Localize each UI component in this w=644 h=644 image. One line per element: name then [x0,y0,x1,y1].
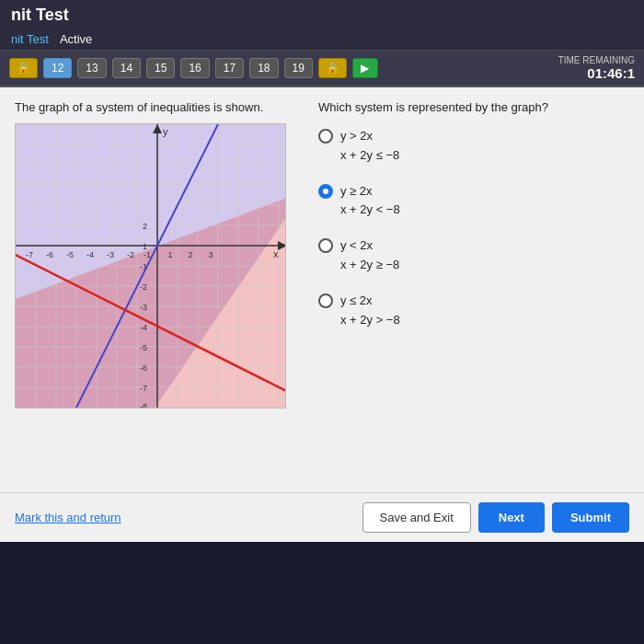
graph-container: x y -7 -6 -5 -4 -3 -2 -1 1 2 3 2 1 -1 -2… [15,123,286,408]
mark-return-link[interactable]: Mark this and return [15,511,121,524]
question-btn-18[interactable]: 18 [249,58,278,78]
option-d[interactable]: y ≤ 2x x + 2y > −8 [318,292,629,330]
question-left-text: The graph of a system of inequalities is… [15,100,300,114]
dark-footer [0,542,644,644]
svg-text:-4: -4 [86,250,94,259]
bottom-buttons: Save and Exit Next Submit [362,502,629,533]
svg-text:2: 2 [188,250,192,259]
svg-text:-3: -3 [107,250,114,259]
toolbar: 🔒 12 13 14 15 16 17 18 19 🔒 ▶ TIME REMAI… [0,51,644,87]
option-b[interactable]: y ≥ 2x x + 2y < −8 [318,182,629,221]
svg-text:-8: -8 [140,402,147,408]
svg-text:-5: -5 [140,343,147,352]
radio-a[interactable] [318,129,333,144]
svg-text:-3: -3 [140,303,147,312]
svg-text:-1: -1 [144,250,151,259]
svg-text:-7: -7 [140,384,147,393]
svg-text:-2: -2 [140,282,147,292]
save-exit-button[interactable]: Save and Exit [362,502,471,533]
option-c-text: y < 2x x + 2y ≥ −8 [340,236,399,275]
option-c[interactable]: y < 2x x + 2y ≥ −8 [318,236,629,275]
question-btn-17[interactable]: 17 [215,58,244,78]
question-btn-13[interactable]: 13 [77,58,106,78]
bottom-bar: Mark this and return Save and Exit Next … [0,492,644,542]
question-btn-12[interactable]: 12 [43,58,72,78]
right-panel: Which system is represented by the graph… [318,100,629,479]
option-a-text: y > 2x x + 2y ≤ −8 [340,127,399,166]
x-axis-label: x [273,248,279,259]
radio-d[interactable] [318,293,333,308]
option-b-text: y ≥ 2x x + 2y < −8 [340,182,400,221]
left-panel: The graph of a system of inequalities is… [15,100,300,479]
time-label: TIME REMAINING [558,55,635,65]
next-button[interactable]: Next [478,502,545,533]
header-title: nit Test [11,6,69,25]
header-bar: nit Test [0,0,644,30]
y-axis-label: y [163,126,168,137]
option-a[interactable]: y > 2x x + 2y ≤ −8 [318,127,629,166]
question-btn-14[interactable]: 14 [112,58,141,78]
svg-text:-6: -6 [140,363,147,373]
radio-c[interactable] [318,238,333,253]
svg-text:-2: -2 [127,250,134,259]
svg-text:1: 1 [143,242,147,251]
time-remaining: TIME REMAINING 01:46:1 [558,55,635,81]
svg-text:3: 3 [208,250,213,259]
main-content: The graph of a system of inequalities is… [0,87,644,492]
svg-text:-4: -4 [140,323,147,332]
svg-text:2: 2 [143,222,147,231]
question-btn-15[interactable]: 15 [146,58,175,78]
option-d-text: y ≤ 2x x + 2y > −8 [340,292,400,330]
submit-button[interactable]: Submit [552,502,629,533]
graph-svg: x y -7 -6 -5 -4 -3 -2 -1 1 2 3 2 1 -1 -2… [16,124,286,408]
which-system-text: Which system is represented by the graph… [318,100,629,114]
question-btn-19[interactable]: 19 [284,58,313,78]
svg-text:-6: -6 [46,250,53,259]
svg-text:-7: -7 [26,250,33,259]
question-btn-16[interactable]: 16 [180,58,209,78]
play-btn[interactable]: ▶ [352,58,378,78]
radio-b[interactable] [318,184,333,199]
lock-icon-btn[interactable]: 🔒 [9,58,38,78]
lock-icon-btn-2[interactable]: 🔒 [318,58,347,78]
nav-link-active: Active [60,32,92,46]
svg-text:1: 1 [167,250,172,259]
nav-link-test[interactable]: nit Test [11,32,49,46]
time-value: 01:46:1 [558,65,635,81]
nav-bar: nit Test Active [0,30,644,51]
svg-text:-5: -5 [66,250,74,259]
